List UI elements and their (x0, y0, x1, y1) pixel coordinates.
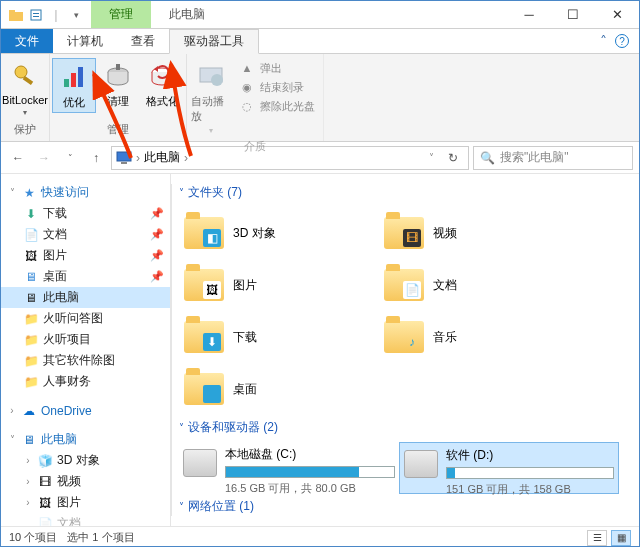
tab-file[interactable]: 文件 (1, 29, 53, 53)
tab-view[interactable]: 查看 (117, 29, 169, 53)
cleanup-label: 清理 (107, 94, 129, 109)
nav-desktop[interactable]: 🖥桌面📌 (1, 266, 170, 287)
nav-folder-2[interactable]: 📁火听项目 (1, 329, 170, 350)
chevron-right-icon[interactable]: › (23, 455, 33, 466)
section-folders[interactable]: ˅ 文件夹 (7) (179, 184, 631, 201)
back-button[interactable]: ← (7, 147, 29, 169)
tab-computer[interactable]: 计算机 (53, 29, 117, 53)
pin-icon: 📌 (150, 249, 164, 262)
nav-documents2[interactable]: 📄文档 (1, 513, 170, 526)
folder-music[interactable]: ♪ 音乐 (379, 311, 579, 363)
picture-icon: 🖼 (37, 495, 53, 511)
explorer-icon (7, 6, 25, 24)
cleanup-button[interactable]: 清理 (96, 58, 140, 111)
media-small-buttons: ▲ 弹出 ◉ 结束刻录 ◌ 擦除此光盘 (233, 58, 321, 116)
netloc-item[interactable]: 天翼网关 (179, 521, 379, 526)
chevron-down-icon[interactable]: ˅ (7, 434, 17, 445)
nav-folder-1[interactable]: 📁火听问答图 (1, 308, 170, 329)
this-pc-icon: 🖥 (21, 432, 37, 448)
nav-pictures[interactable]: 🖼图片📌 (1, 245, 170, 266)
context-tab-manage[interactable]: 管理 (91, 1, 151, 28)
optimize-button[interactable]: 优化 (52, 58, 96, 113)
folder-3d-objects[interactable]: ◧ 3D 对象 (179, 207, 379, 259)
body-split: ˅ ★ 快速访问 ⬇下载📌 📄文档📌 🖼图片📌 🖥桌面📌 🖥此电脑 📁火听问答图… (1, 174, 639, 526)
close-button[interactable]: ✕ (595, 1, 639, 28)
bitlocker-button[interactable]: BitLocker ▾ (3, 58, 47, 119)
drive-c[interactable]: 本地磁盘 (C:) 16.5 GB 可用，共 80.0 GB (179, 442, 399, 494)
qat-dropdown-icon[interactable]: ▾ (67, 6, 85, 24)
autoplay-label: 自动播放 (191, 94, 231, 124)
address-bar: ← → ˅ ↑ › 此电脑 › ˅ ↻ 🔍 搜索"此电脑" (1, 142, 639, 174)
help-icon[interactable]: ? (615, 34, 629, 48)
folder-icon: 📁 (23, 353, 39, 369)
nav-3d-objects[interactable]: ›🧊3D 对象 (1, 450, 170, 471)
autoplay-button: 自动播放 ▾ (189, 58, 233, 137)
maximize-button[interactable]: ☐ (551, 1, 595, 28)
chevron-right-icon[interactable]: › (136, 151, 140, 165)
nav-this-pc[interactable]: 🖥此电脑 (1, 287, 170, 308)
nav-this-pc-section[interactable]: ˅ 🖥 此电脑 (1, 429, 170, 450)
svg-point-15 (211, 74, 223, 86)
chevron-down-icon: ˅ (179, 422, 184, 433)
breadcrumb-this-pc[interactable]: 此电脑 (144, 149, 180, 166)
svg-rect-8 (71, 73, 76, 87)
chevron-right-icon[interactable]: › (184, 151, 188, 165)
large-icons-view-button[interactable]: ▦ (611, 530, 631, 546)
nav-pictures2[interactable]: ›🖼图片 (1, 492, 170, 513)
chevron-right-icon[interactable]: › (23, 476, 33, 487)
drive-d[interactable]: 软件 (D:) 151 GB 可用，共 158 GB (399, 442, 619, 494)
section-drives[interactable]: ˅ 设备和驱动器 (2) (179, 419, 631, 436)
search-input[interactable]: 🔍 搜索"此电脑" (473, 146, 633, 170)
format-label: 格式化 (146, 94, 179, 109)
refresh-button[interactable]: ↻ (442, 151, 464, 165)
properties-icon[interactable] (27, 6, 45, 24)
pin-icon: 📌 (150, 207, 164, 220)
tab-drive-tools[interactable]: 驱动器工具 (169, 29, 259, 54)
folder-icon: 📁 (23, 332, 39, 348)
chevron-right-icon[interactable]: › (23, 497, 33, 508)
section-network[interactable]: ˅ 网络位置 (1) (179, 498, 631, 515)
breadcrumb[interactable]: › 此电脑 › ˅ ↻ (111, 146, 469, 170)
minimize-button[interactable]: ─ (507, 1, 551, 28)
ribbon-group-media: 自动播放 ▾ ▲ 弹出 ◉ 结束刻录 ◌ 擦除此光盘 (187, 54, 324, 141)
format-button[interactable]: 格式化 (140, 58, 184, 111)
folder-icon (183, 368, 225, 410)
folder-downloads[interactable]: ⬇ 下载 (179, 311, 379, 363)
folder-documents[interactable]: 📄 文档 (379, 259, 579, 311)
nav-documents[interactable]: 📄文档📌 (1, 224, 170, 245)
folder-pictures[interactable]: 🖼 图片 (179, 259, 379, 311)
nav-videos[interactable]: ›🎞视频 (1, 471, 170, 492)
up-button[interactable]: ↑ (85, 147, 107, 169)
star-icon: ★ (21, 185, 37, 201)
folder-desktop[interactable]: 桌面 (179, 363, 379, 415)
nav-onedrive[interactable]: › ☁ OneDrive (1, 400, 170, 421)
nav-downloads[interactable]: ⬇下载📌 (1, 203, 170, 224)
nav-quick-access[interactable]: ˅ ★ 快速访问 (1, 182, 170, 203)
nav-folder-4[interactable]: 📁人事财务 (1, 371, 170, 392)
folder-icon: ♪ (383, 316, 425, 358)
drive-d-label: 软件 (D:) (446, 447, 614, 464)
picture-icon: 🖼 (23, 248, 39, 264)
address-dropdown-icon[interactable]: ˅ (425, 152, 438, 163)
drive-icon (183, 449, 217, 477)
ribbon-help: ˄ ? (590, 29, 639, 53)
drive-c-label: 本地磁盘 (C:) (225, 446, 395, 463)
chevron-down-icon[interactable]: ˅ (7, 187, 17, 198)
group-label-media: 介质 (244, 137, 266, 156)
ribbon-group-protect: BitLocker ▾ 保护 (1, 54, 50, 141)
svg-rect-0 (9, 12, 23, 21)
nav-folder-3[interactable]: 📁其它软件除图 (1, 350, 170, 371)
chevron-right-icon[interactable]: › (7, 405, 17, 416)
ribbon-collapse-icon[interactable]: ˄ (600, 33, 607, 49)
drive-d-usage-bar (446, 467, 614, 479)
contextual-tab-group: 管理 此电脑 (91, 1, 223, 28)
svg-rect-3 (33, 13, 39, 14)
folder-videos[interactable]: 🎞 视频 (379, 207, 579, 259)
erase-button: ◌ 擦除此光盘 (239, 98, 315, 114)
eject-button: ▲ 弹出 (239, 60, 315, 76)
forward-button[interactable]: → (33, 147, 55, 169)
ribbon-tabs: 文件 计算机 查看 驱动器工具 ˄ ? (1, 29, 639, 54)
cleanup-icon (102, 60, 134, 92)
recent-dropdown[interactable]: ˅ (59, 147, 81, 169)
details-view-button[interactable]: ☰ (587, 530, 607, 546)
